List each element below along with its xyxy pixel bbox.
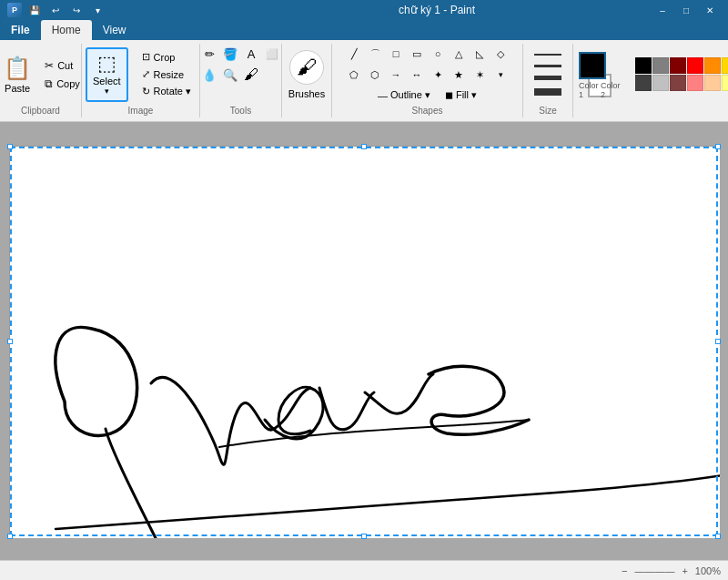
brushes-label: Brushes <box>288 88 325 99</box>
color-picker-tool[interactable]: 💧 <box>199 65 219 85</box>
undo-button[interactable]: ↩ <box>46 2 65 18</box>
redo-button[interactable]: ↪ <box>67 2 86 18</box>
zoom-label: 100% <box>695 565 721 576</box>
select-label: Select <box>93 76 121 86</box>
paste-button[interactable]: 📋 Paste <box>0 44 38 105</box>
cut-button[interactable]: ✂ Cut <box>40 57 85 74</box>
minimize-button[interactable]: – <box>652 2 673 18</box>
palette-black[interactable] <box>635 57 652 74</box>
clipboard-right: ✂ Cut ⧉ Copy <box>40 44 85 105</box>
image-group: ⬚ Select ▾ ⊡ Crop ⤢ Resize ↻ Rotate ▾ <box>82 44 200 117</box>
text-tool[interactable]: A <box>241 44 261 64</box>
right-triangle-shape[interactable]: ◺ <box>470 44 490 64</box>
tab-file[interactable]: File <box>0 20 41 40</box>
shapes-group: ╱ ⌒ □ ▭ ○ △ ◺ ◇ ⬠ ⬡ → ↔ ✦ ★ ✶ ▾ — Out <box>332 44 523 117</box>
magnifier-tool[interactable]: 🔍 <box>220 65 240 85</box>
star4-shape[interactable]: ✦ <box>428 65 448 85</box>
fill-tool[interactable]: 🪣 <box>220 44 240 64</box>
zoom-out-button[interactable]: − <box>622 565 627 576</box>
eraser-tool[interactable]: ⬜ <box>262 44 282 64</box>
palette-red[interactable] <box>687 57 703 74</box>
brushes-button[interactable]: 🖌 <box>289 50 324 85</box>
tab-view[interactable]: View <box>92 20 137 40</box>
zoom-in-button[interactable]: + <box>682 565 687 576</box>
title-bar: P 💾 ↩ ↪ ▾ chữ ký 1 - Paint – □ ✕ <box>0 0 728 20</box>
size-line-1[interactable] <box>534 54 561 56</box>
palette-gray[interactable] <box>652 57 669 74</box>
palette-orange[interactable] <box>704 57 721 74</box>
handle-bot-center[interactable] <box>361 534 367 539</box>
clipboard-group-label: Clipboard <box>21 106 60 116</box>
palette-yellow[interactable] <box>722 57 728 74</box>
handle-top-center[interactable] <box>361 144 367 149</box>
palette-maroon[interactable] <box>670 57 686 74</box>
tools-group: ✏ 🪣 A ⬜ 💧 🔍 🖌 Tools <box>200 44 282 117</box>
triangle-shape[interactable]: △ <box>449 44 469 64</box>
palette-light-red[interactable] <box>687 75 703 91</box>
title-bar-left: P 💾 ↩ ↪ ▾ <box>7 2 222 18</box>
canvas-wrapper <box>9 146 719 537</box>
rotate-button[interactable]: ↻ Rotate ▾ <box>137 84 196 99</box>
maximize-button[interactable]: □ <box>675 2 697 18</box>
tools-grid: ✏ 🪣 A ⬜ 💧 🔍 🖌 <box>199 44 282 106</box>
cut-label: Cut <box>57 60 73 71</box>
hexagon-shape[interactable]: ⬡ <box>365 65 385 85</box>
shapes-grid: ╱ ⌒ □ ▭ ○ △ ◺ ◇ ⬠ ⬡ → ↔ ✦ ★ ✶ ▾ <box>344 44 511 85</box>
select-arrow-icon: ▾ <box>105 86 109 96</box>
shapes-group-label: Shapes <box>412 106 443 116</box>
handle-top-left[interactable] <box>7 144 13 149</box>
palette-dark-gray[interactable] <box>635 75 652 91</box>
star5-shape[interactable]: ★ <box>449 65 469 85</box>
crop-button[interactable]: ⊡ Crop <box>137 49 196 65</box>
palette-peach[interactable] <box>704 75 721 91</box>
size-group: Size <box>523 44 573 117</box>
zoom-slider[interactable]: ———— <box>634 565 674 576</box>
handle-bot-right[interactable] <box>715 534 721 539</box>
palette-row-2 <box>635 75 728 91</box>
tab-home[interactable]: Home <box>41 20 92 40</box>
copy-icon: ⧉ <box>45 77 53 90</box>
ellipse-shape[interactable]: ○ <box>428 44 448 64</box>
close-button[interactable]: ✕ <box>699 2 721 18</box>
palette-brown[interactable] <box>670 75 686 91</box>
size-line-3[interactable] <box>534 76 561 80</box>
rotate-icon: ↻ <box>142 86 150 97</box>
size-line-2[interactable] <box>534 65 561 67</box>
window-controls: – □ ✕ <box>652 2 721 18</box>
resize-button[interactable]: ⤢ Resize <box>137 66 196 82</box>
palette-silver[interactable] <box>652 75 669 91</box>
curve-shape[interactable]: ⌒ <box>365 44 385 64</box>
select-icon: ⬚ <box>97 54 116 74</box>
signature-canvas[interactable] <box>10 147 720 538</box>
handle-mid-right[interactable] <box>715 339 721 344</box>
customize-quick-access[interactable]: ▾ <box>88 2 106 18</box>
double-arrow[interactable]: ↔ <box>407 65 427 85</box>
brush-icon: 🖌 <box>297 56 317 79</box>
size-line-4[interactable] <box>534 88 561 96</box>
more-shapes[interactable]: ▾ <box>490 65 511 85</box>
palette-light-yellow[interactable] <box>722 75 728 91</box>
pentagon-shape[interactable]: ⬠ <box>344 65 364 85</box>
brush-tool[interactable]: 🖌 <box>241 65 261 85</box>
diamond-shape[interactable]: ◇ <box>490 44 511 64</box>
color1-swatch[interactable] <box>579 52 606 79</box>
app-icon: P <box>7 3 22 17</box>
select-tool-button[interactable]: ⬚ Select ▾ <box>86 47 128 102</box>
handle-bot-left[interactable] <box>7 534 13 539</box>
handle-mid-left[interactable] <box>7 339 13 344</box>
pencil-tool[interactable]: ✏ <box>199 44 219 64</box>
crop-icon: ⊡ <box>142 51 150 63</box>
paste-label: Paste <box>5 83 30 94</box>
line-shape[interactable]: ╱ <box>344 44 364 64</box>
star6-shape[interactable]: ✶ <box>470 65 490 85</box>
fill-button[interactable]: ◼ Fill ▾ <box>441 88 480 102</box>
arrow-shape[interactable]: → <box>386 65 406 85</box>
handle-top-right[interactable] <box>715 144 721 149</box>
copy-button[interactable]: ⧉ Copy <box>40 76 85 92</box>
save-button[interactable]: 💾 <box>25 2 44 18</box>
outline-button[interactable]: — Outline ▾ <box>374 88 434 102</box>
outline-icon: — <box>378 90 388 101</box>
rounded-rect-shape[interactable]: ▭ <box>407 44 427 64</box>
rect-shape[interactable]: □ <box>386 44 406 64</box>
fill-label: Fill ▾ <box>456 89 477 101</box>
